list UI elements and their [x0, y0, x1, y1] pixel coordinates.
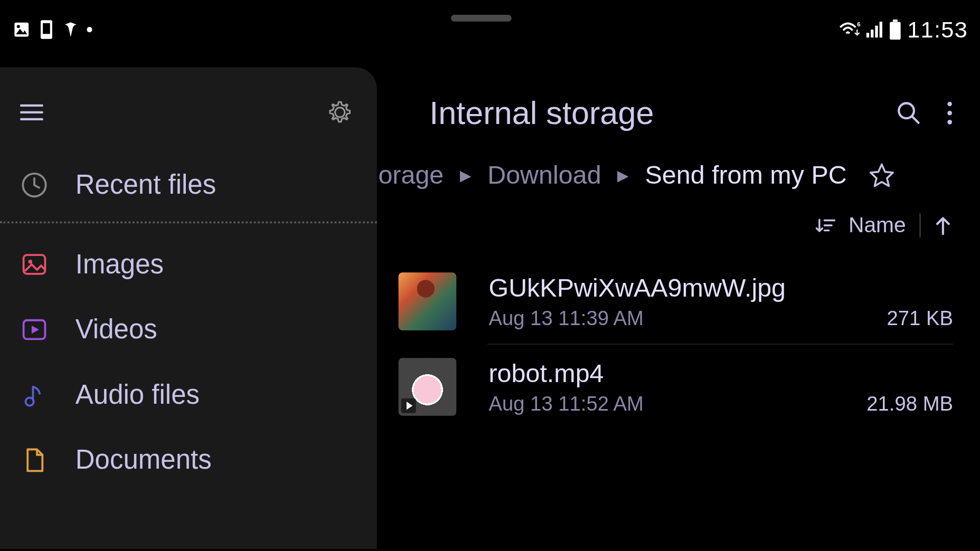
status-time: 11:53 [907, 16, 968, 43]
svg-point-21 [25, 397, 33, 405]
arrow-up-icon[interactable] [934, 215, 951, 235]
sidebar-item-videos[interactable]: Videos [0, 297, 377, 362]
svg-point-25 [947, 110, 952, 115]
crumb[interactable]: Download [487, 161, 601, 190]
file-date: Aug 13 11:39 AM [488, 307, 643, 329]
svg-rect-12 [890, 22, 901, 40]
svg-rect-4 [43, 23, 50, 34]
svg-rect-0 [14, 23, 29, 37]
search-icon[interactable] [897, 101, 921, 125]
music-note-icon [20, 381, 49, 409]
sidebar-item-label: Images [76, 249, 164, 279]
star-icon[interactable] [868, 162, 895, 189]
file-name: GUkKPwiXwAA9mwW.jpg [488, 273, 953, 302]
phone-sync-icon [37, 20, 55, 40]
main-panel: Internal storage orage ▶ Download ▶ Send… [377, 67, 980, 549]
svg-point-24 [947, 101, 952, 106]
svg-line-23 [912, 117, 918, 122]
battery-icon [889, 20, 902, 40]
signal-icon [865, 22, 883, 38]
status-icons-right: 6 11:53 [838, 16, 968, 43]
dot-icon [86, 26, 93, 33]
device-frame: 6 11:53 [0, 0, 980, 549]
svg-point-26 [947, 119, 952, 124]
sidebar-item-audio[interactable]: Audio files [0, 362, 377, 428]
crumb[interactable]: orage [378, 161, 444, 190]
chevron-right-icon: ▶ [617, 166, 629, 184]
chevron-right-icon: ▶ [460, 166, 472, 184]
status-icons-left [12, 20, 93, 40]
sidebar-item-images[interactable]: Images [0, 232, 377, 297]
file-size: 271 KB [887, 307, 953, 329]
svg-point-5 [87, 27, 92, 32]
file-name: robot.mp4 [488, 359, 953, 388]
file-row[interactable]: robot.mp4 Aug 13 11:52 AM 21.98 MB [399, 345, 953, 430]
file-size: 21.98 MB [866, 392, 953, 415]
crumb-current: Send from my PC [645, 161, 846, 190]
sidebar-item-label: Videos [76, 314, 157, 344]
status-bar: 6 11:53 [0, 16, 980, 43]
sort-icon[interactable] [815, 216, 835, 234]
svg-rect-10 [880, 22, 882, 37]
svg-rect-17 [24, 254, 45, 273]
divider [0, 221, 377, 223]
tesla-icon [62, 20, 79, 39]
play-badge-icon [401, 398, 416, 413]
svg-marker-20 [32, 325, 39, 333]
svg-text:6: 6 [857, 21, 860, 28]
breadcrumb: orage ▶ Download ▶ Send from my PC [378, 161, 953, 190]
svg-rect-8 [871, 30, 873, 37]
clock-icon [20, 170, 49, 199]
sidebar-item-label: Recent files [76, 169, 216, 200]
sort-bar: Name [429, 213, 953, 238]
sidebar-item-label: Documents [76, 445, 212, 475]
file-row[interactable]: GUkKPwiXwAA9mwW.jpg Aug 13 11:39 AM 271 … [399, 259, 953, 344]
sidebar: Recent files Images Videos Audio fil [0, 67, 377, 549]
thumbnail-icon [399, 358, 457, 416]
thumbnail-icon [399, 272, 457, 330]
svg-point-2 [17, 25, 20, 28]
wifi-icon: 6 [838, 21, 860, 39]
video-icon [20, 315, 49, 344]
sidebar-item-label: Audio files [76, 379, 200, 410]
document-icon [20, 446, 49, 474]
file-list: GUkKPwiXwAA9mwW.jpg Aug 13 11:39 AM 271 … [399, 259, 953, 430]
more-icon[interactable] [946, 101, 953, 125]
picture-icon [12, 20, 31, 39]
file-date: Aug 13 11:52 AM [488, 392, 643, 415]
svg-rect-7 [866, 33, 869, 37]
hamburger-icon[interactable] [20, 103, 43, 122]
sidebar-item-recent[interactable]: Recent files [0, 152, 377, 217]
sort-label[interactable]: Name [849, 213, 906, 238]
divider [919, 213, 921, 237]
image-icon [20, 250, 49, 279]
svg-rect-11 [893, 20, 898, 22]
svg-rect-9 [875, 26, 878, 38]
page-title: Internal storage [429, 94, 654, 131]
sidebar-item-documents[interactable]: Documents [0, 427, 377, 492]
gear-icon[interactable] [327, 100, 353, 125]
